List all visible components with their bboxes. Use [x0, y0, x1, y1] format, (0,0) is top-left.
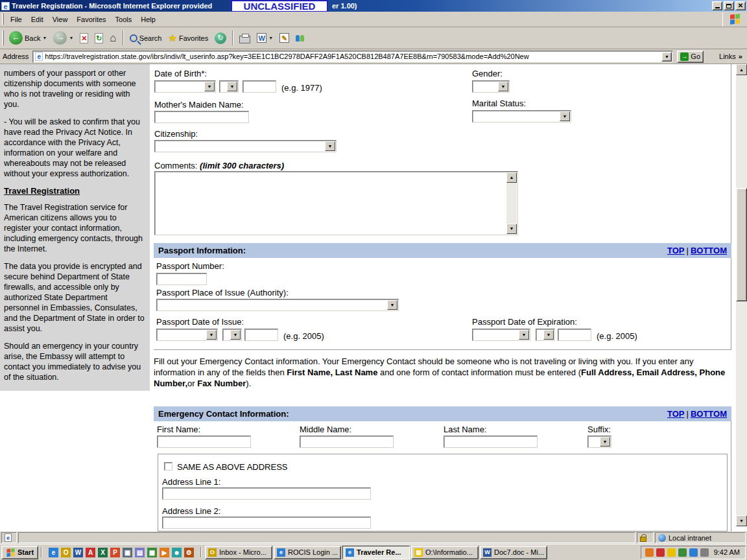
discuss-button[interactable]: ✎	[276, 29, 292, 48]
go-button[interactable]: → Go	[677, 51, 704, 63]
messenger-icon[interactable]: ☻	[172, 548, 182, 557]
ec-address-box: SAME AS ABOVE ADDRESS Address Line 1: Ad…	[158, 454, 728, 531]
address-input[interactable]: e https://travelregistration.state.gov/i…	[32, 51, 673, 63]
outlook-icon[interactable]: O	[61, 548, 71, 557]
print-button[interactable]	[236, 29, 254, 48]
toolbar-grip[interactable]	[2, 14, 4, 24]
messenger-button[interactable]	[292, 29, 307, 48]
scrollbar-thumb[interactable]	[736, 188, 747, 301]
favorites-button[interactable]: ★ Favorites	[165, 29, 211, 48]
expiration-month-select[interactable]: ▼	[472, 329, 530, 341]
sidebar-paragraph: numbers of your passport or other citize…	[4, 68, 145, 110]
same-as-above-checkbox[interactable]	[164, 462, 172, 471]
acrobat-icon[interactable]: A	[86, 548, 95, 557]
ec-middle-name-input[interactable]	[300, 436, 394, 448]
dob-day-select[interactable]: ▼	[219, 80, 239, 93]
search-button[interactable]: Search	[126, 29, 165, 48]
passport-number-input[interactable]	[156, 273, 207, 285]
links-label[interactable]: Links	[719, 52, 736, 60]
desktop-icon[interactable]: ▣	[123, 548, 132, 557]
citizenship-select[interactable]: ▼	[154, 140, 337, 152]
address-dropdown-button[interactable]: ▼	[661, 52, 672, 62]
word-icon[interactable]: W	[73, 548, 83, 557]
passport-place-select[interactable]: ▼	[156, 299, 399, 311]
task-label: Doc7.doc - Mi...	[494, 548, 544, 556]
display-tray-icon[interactable]	[689, 548, 698, 557]
form-table-border	[731, 421, 731, 531]
maiden-name-input[interactable]	[154, 111, 249, 123]
bottom-link[interactable]: BOTTOM	[691, 246, 727, 255]
minimize-button[interactable]	[712, 1, 722, 10]
scroll-down-icon[interactable]: ▼	[506, 224, 517, 234]
home-button[interactable]: ⌂	[106, 29, 119, 48]
citizenship-label: Citizenship:	[154, 129, 198, 139]
textarea-scrollbar[interactable]: ▲ ▼	[506, 172, 517, 234]
calendar-icon[interactable]: ▦	[147, 548, 157, 557]
chevron-down-icon: ▼	[325, 141, 335, 151]
excel-icon[interactable]: X	[98, 548, 108, 557]
menu-file[interactable]: File	[6, 13, 27, 26]
top-link[interactable]: TOP	[667, 409, 685, 419]
menu-help[interactable]: Help	[136, 13, 160, 26]
task-button-inbox[interactable]: O Inbox - Micro...	[205, 546, 272, 559]
maximize-button[interactable]	[724, 1, 734, 10]
toolbar-grip[interactable]	[2, 30, 4, 45]
issue-month-select[interactable]: ▼	[156, 329, 218, 341]
gender-select[interactable]: ▼	[472, 80, 510, 93]
back-button[interactable]: ← Back ▼	[6, 29, 50, 48]
history-button[interactable]: ↻	[211, 29, 230, 48]
scroll-up-icon[interactable]: ▲	[506, 172, 517, 183]
bottom-link[interactable]: BOTTOM	[691, 409, 727, 419]
ec-last-name-input[interactable]	[444, 436, 538, 448]
notepad-icon[interactable]: ▤	[135, 548, 145, 557]
home-icon: ⌂	[110, 32, 116, 43]
task-label: Inbox - Micro...	[219, 548, 267, 556]
scroll-up-icon[interactable]: ▲	[736, 64, 747, 75]
menu-tools[interactable]: Tools	[111, 13, 137, 26]
alert-tray-icon[interactable]	[656, 548, 665, 557]
clock-tray-icon[interactable]	[645, 548, 654, 557]
media-player-icon[interactable]: ▶	[160, 548, 169, 557]
task-button-rocis[interactable]: e ROCIS Login ...	[274, 546, 341, 559]
comments-textarea[interactable]: ▲ ▼	[154, 171, 518, 235]
issue-day-select[interactable]: ▼	[222, 329, 242, 341]
stop-button[interactable]: ✕	[77, 29, 91, 48]
ec-first-name-input[interactable]	[157, 436, 251, 448]
volume-tray-icon[interactable]	[700, 548, 709, 557]
forward-button[interactable]: → ▼	[50, 29, 77, 48]
ec-address2-input[interactable]	[162, 517, 371, 529]
ec-suffix-select[interactable]: ▼	[587, 436, 611, 448]
status-tray-icon[interactable]	[667, 548, 676, 557]
powerpoint-icon[interactable]: P	[110, 548, 120, 557]
print-icon	[239, 36, 250, 43]
taskbar: Start e O W A X P ▣ ▤ ▦ ▶ ☻ ⚙ O Inbox - …	[0, 544, 747, 560]
menu-view[interactable]: View	[48, 13, 73, 26]
task-button-folder[interactable]: ▨ O:\Informatio...	[411, 546, 479, 559]
top-link[interactable]: TOP	[667, 246, 685, 255]
edit-with-word-button[interactable]: W ▼	[254, 29, 276, 48]
ie-icon[interactable]: e	[49, 548, 58, 557]
dob-month-select[interactable]: ▼	[154, 80, 216, 93]
marital-status-select[interactable]: ▼	[472, 110, 571, 122]
windows-logo-icon	[722, 12, 747, 27]
menu-edit[interactable]: Edit	[27, 13, 48, 26]
scroll-down-icon[interactable]: ▼	[736, 515, 747, 526]
expiration-year-input[interactable]	[558, 329, 591, 341]
expiration-day-select[interactable]: ▼	[536, 329, 555, 341]
ec-address1-input[interactable]	[162, 487, 371, 500]
chevron-right-icon[interactable]: »	[739, 52, 742, 60]
dob-year-input[interactable]	[243, 80, 276, 93]
sidebar-heading: Travel Registration	[4, 186, 145, 196]
refresh-button[interactable]: ↻	[91, 29, 106, 48]
tools-icon[interactable]: ⚙	[184, 548, 194, 557]
close-button[interactable]: ✕	[735, 1, 746, 10]
task-button-doc7[interactable]: W Doc7.doc - Mi...	[480, 546, 547, 559]
zone-pane: Local intranet	[655, 532, 746, 543]
menu-favorites[interactable]: Favorites	[72, 13, 110, 26]
task-button-traveler[interactable]: e Traveler Re...	[342, 546, 410, 559]
issue-year-input[interactable]	[244, 329, 278, 341]
antivirus-tray-icon[interactable]	[678, 548, 687, 557]
start-button[interactable]: Start	[1, 546, 38, 559]
vertical-scrollbar[interactable]: ▲ ▼	[736, 64, 747, 526]
status-bar: e Local intranet	[0, 531, 747, 544]
